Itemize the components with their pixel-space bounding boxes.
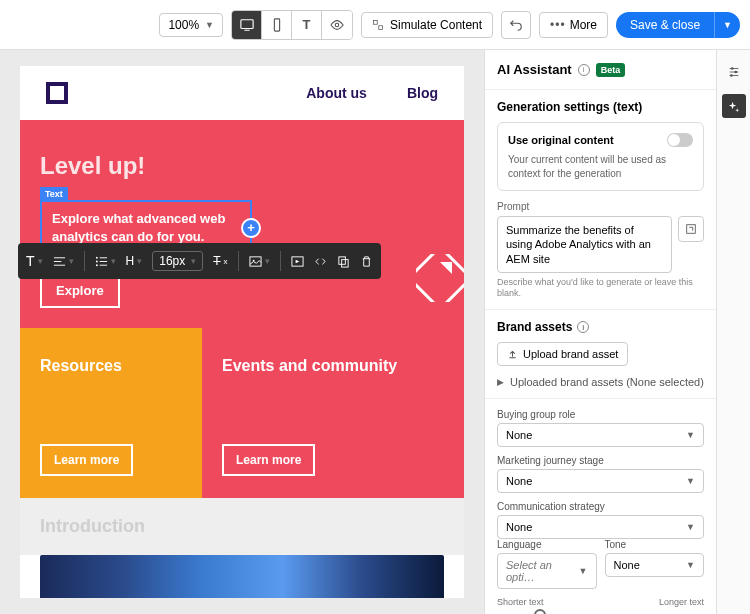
list-button[interactable]: ▾	[95, 255, 116, 268]
generation-fields: Buying group role None▼ Marketing journe…	[485, 399, 716, 614]
save-close-button[interactable]: Save & close	[616, 12, 714, 38]
stage-label: Marketing journey stage	[497, 455, 704, 466]
svg-rect-5	[379, 25, 383, 29]
image-icon	[249, 255, 262, 268]
expand-prompt-button[interactable]	[678, 216, 704, 242]
intro-section: Introduction	[20, 498, 464, 555]
zoom-select[interactable]: 100% ▼	[159, 13, 223, 37]
beta-badge: Beta	[596, 63, 626, 77]
prompt-label: Prompt	[497, 201, 704, 212]
upload-brand-asset-button[interactable]: Upload brand asset	[497, 342, 628, 366]
page-nav: About us Blog	[20, 66, 464, 120]
svg-rect-20	[416, 254, 464, 302]
add-component-icon[interactable]: +	[241, 218, 261, 238]
info-icon[interactable]: i	[577, 321, 589, 333]
logo	[46, 82, 68, 104]
intro-title: Introduction	[40, 516, 444, 537]
copy-icon	[337, 255, 350, 268]
hero-title: Level up!	[40, 152, 444, 180]
panel-title: AI Assistant	[497, 62, 572, 77]
slider-thumb[interactable]	[534, 609, 546, 614]
language-select[interactable]: Select an opti…▼	[497, 553, 597, 589]
svg-point-24	[730, 67, 733, 70]
expand-icon	[685, 223, 697, 235]
simulate-content-button[interactable]: Simulate Content	[361, 12, 493, 38]
svg-rect-0	[240, 19, 252, 28]
right-rail	[716, 50, 750, 614]
events-card: Events and community Learn more	[202, 328, 464, 498]
clear-format-button[interactable]: Tx	[213, 254, 227, 268]
svg-point-9	[95, 256, 97, 258]
tone-select[interactable]: None▼	[605, 553, 705, 577]
stage-select[interactable]: None▼	[497, 469, 704, 493]
canvas-area: T▾ ▾ ▾ H▾ 16px▾ Tx ▾	[0, 50, 484, 614]
page-canvas: About us Blog Level up! Text Explore wha…	[20, 66, 464, 598]
trash-icon	[360, 255, 373, 268]
events-learn-more[interactable]: Learn more	[222, 444, 315, 476]
sparkle-icon	[727, 100, 740, 113]
info-icon[interactable]: i	[578, 64, 590, 76]
language-label: Language	[497, 539, 597, 550]
longer-label: Longer text	[659, 597, 704, 607]
nav-about[interactable]: About us	[306, 85, 367, 101]
font-size-select[interactable]: 16px▾	[152, 251, 203, 271]
chevron-right-icon: ▶	[497, 377, 504, 387]
use-original-toggle[interactable]	[667, 133, 693, 147]
device-preview-group: T	[231, 10, 353, 40]
buying-role-label: Buying group role	[497, 409, 704, 420]
text-style-button[interactable]: T▾	[26, 253, 43, 269]
nav-blog[interactable]: Blog	[407, 85, 438, 101]
selection-label: Text	[40, 187, 68, 201]
more-label: More	[570, 18, 597, 32]
resources-title: Resources	[40, 356, 182, 376]
align-button[interactable]: ▾	[53, 255, 74, 268]
list-icon	[95, 255, 108, 268]
heading-button[interactable]: H▾	[126, 254, 143, 268]
use-original-label: Use original content	[508, 134, 614, 146]
ai-rail-button[interactable]	[722, 94, 746, 118]
undo-button[interactable]	[501, 11, 531, 39]
media-button[interactable]	[291, 255, 304, 268]
shorter-label: Shorter text	[497, 597, 544, 607]
svg-rect-15	[250, 256, 261, 265]
delete-button[interactable]	[360, 255, 373, 268]
copy-button[interactable]	[337, 255, 350, 268]
svg-point-3	[335, 23, 339, 27]
svg-point-26	[734, 71, 737, 74]
use-original-box: Use original content Your current conten…	[497, 122, 704, 191]
resources-learn-more[interactable]: Learn more	[40, 444, 133, 476]
buying-role-select[interactable]: None▼	[497, 423, 704, 447]
desktop-view-button[interactable]	[232, 11, 262, 39]
text-view-button[interactable]: T	[292, 11, 322, 39]
code-button[interactable]	[314, 255, 327, 268]
svg-rect-2	[274, 18, 279, 30]
save-close-group: Save & close ▼	[616, 12, 740, 38]
ai-assistant-panel: AI Assistant i Beta Generation settings …	[484, 50, 716, 614]
hero-decorative-icon	[416, 254, 464, 302]
text-format-toolbar: T▾ ▾ ▾ H▾ 16px▾ Tx ▾	[18, 243, 381, 279]
mobile-view-button[interactable]	[262, 11, 292, 39]
generation-settings-section: Generation settings (text) Use original …	[485, 90, 716, 310]
preview-button[interactable]	[322, 11, 352, 39]
strategy-select[interactable]: None▼	[497, 515, 704, 539]
uploaded-assets-row[interactable]: ▶ Uploaded brand assets (None selected)	[497, 376, 704, 388]
chevron-down-icon: ▼	[205, 20, 214, 30]
svg-point-11	[95, 260, 97, 262]
cards-row: Resources Learn more Events and communit…	[20, 328, 464, 498]
zoom-value: 100%	[168, 18, 199, 32]
prompt-input[interactable]: Summarize the benefits of using Adobe An…	[497, 216, 672, 273]
more-button[interactable]: ••• More	[539, 12, 608, 38]
top-toolbar: 100% ▼ T Simulate Content ••• More Save …	[0, 0, 750, 50]
svg-point-28	[730, 74, 733, 77]
resources-card: Resources Learn more	[20, 328, 202, 498]
media-icon	[291, 255, 304, 268]
intro-image	[40, 555, 444, 598]
settings-rail-button[interactable]	[722, 60, 746, 84]
svg-rect-21	[687, 225, 696, 234]
save-dropdown-button[interactable]: ▼	[714, 12, 740, 38]
hero-subtitle: Explore what advanced web analytics can …	[52, 211, 225, 244]
image-button[interactable]: ▾	[249, 255, 270, 268]
svg-rect-19	[341, 259, 348, 266]
hero-section: Level up! Text Explore what advanced web…	[20, 120, 464, 328]
ellipsis-icon: •••	[550, 18, 566, 32]
